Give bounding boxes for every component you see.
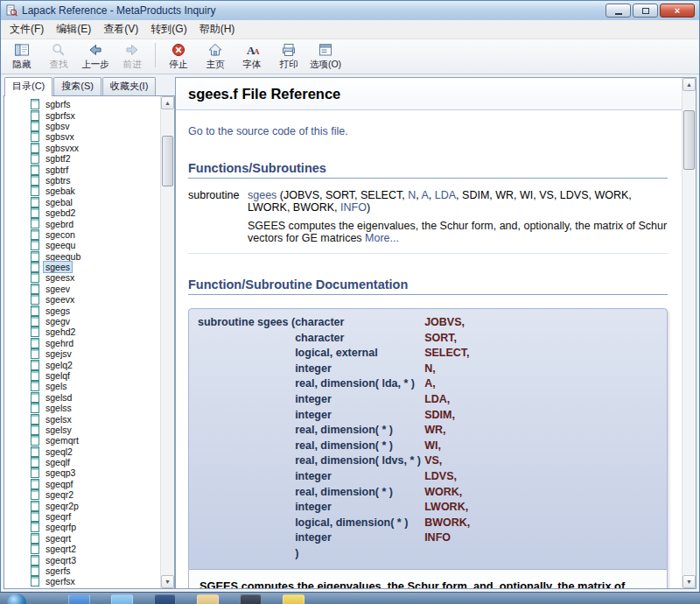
tree-item-sgeev[interactable]: sgeev	[8, 284, 160, 294]
tree-item-sgelsd[interactable]: sgelsd	[8, 392, 160, 403]
signature-link[interactable]: INFO	[340, 201, 367, 214]
content-scrollbar[interactable]: ▲ ▼	[682, 78, 696, 588]
toolbar-button-options[interactable]: 选项(O)	[308, 41, 343, 70]
tree-item-sgeesx[interactable]: sgeesx	[8, 272, 160, 283]
tree-item-sgeqrf[interactable]: sgeqrf	[8, 511, 160, 522]
toolbar-button-back[interactable]: 上一步	[78, 41, 113, 70]
signature-link[interactable]: sgees	[248, 189, 276, 201]
param-type: real, dimension( lda, * )	[295, 376, 424, 392]
tree-item-sgels[interactable]: sgels	[8, 381, 160, 391]
taskbar-app-icon[interactable]	[283, 594, 304, 604]
maximize-button[interactable]	[633, 4, 658, 18]
tree-item-sgelsx[interactable]: sgelsx	[8, 413, 160, 424]
tree-item-sgebrd[interactable]: sgebrd	[8, 218, 160, 228]
menu-help[interactable]: 帮助(H)	[193, 20, 242, 39]
tree-item-sgerfs[interactable]: sgerfs	[8, 565, 160, 576]
taskbar-app-icon[interactable]	[197, 594, 219, 604]
document-icon	[31, 284, 39, 294]
member-declarations-table: subroutine sgees (JOBVS, SORT, SELECT, N…	[188, 187, 668, 250]
tree-item-sgbtf2[interactable]: sgbtf2	[8, 153, 160, 164]
tree-item-sgebak[interactable]: sgebak	[8, 186, 160, 196]
tree-item-sgehrd[interactable]: sgehrd	[8, 338, 160, 348]
toolbar-button-label: 隐藏	[13, 59, 32, 69]
tree-item-sgelq2[interactable]: sgelq2	[8, 359, 160, 369]
tab-search[interactable]: 搜索(S)	[53, 77, 102, 95]
content-scroll-down-button[interactable]: ▼	[682, 575, 696, 588]
menu-edit[interactable]: 编辑(E)	[50, 20, 97, 39]
toolbar-button-stop[interactable]: 停止	[161, 41, 196, 70]
minimize-button[interactable]	[606, 4, 631, 18]
content-scroll-track[interactable]	[682, 91, 696, 575]
tree-item-sgegv[interactable]: sgegv	[8, 316, 160, 327]
tree-item-sgeqr2p[interactable]: sgeqr2p	[8, 500, 160, 510]
tab-contents[interactable]: 目录(C)	[4, 77, 52, 96]
tree-item-sgeequb[interactable]: sgeequb	[8, 250, 160, 261]
toolbar-button-search[interactable]: 查找	[41, 41, 76, 70]
minimize-icon	[615, 13, 622, 15]
toolbar-button-print[interactable]: 打印	[271, 41, 306, 70]
tree-item-sgeqlf[interactable]: sgeqlf	[8, 457, 160, 467]
toolbar-button-font[interactable]: AA字体	[234, 41, 270, 70]
tree-item-sgeequ[interactable]: sgeequ	[8, 240, 160, 250]
tree-item-sgebal[interactable]: sgebal	[8, 197, 160, 207]
toolbar-button-hide[interactable]: 隐藏	[4, 41, 39, 70]
tree-item-sgelss[interactable]: sgelss	[8, 403, 160, 413]
document-icon	[31, 381, 39, 391]
tree-item-sgeqrt3[interactable]: sgeqrt3	[8, 554, 160, 565]
tree-item-sgbtrs[interactable]: sgbtrs	[8, 175, 160, 186]
document-icon	[31, 414, 39, 425]
tree-item-sgelsy[interactable]: sgelsy	[8, 425, 160, 435]
source-code-link[interactable]: Go to the source code of this file.	[188, 125, 668, 137]
sidebar-scrollbar[interactable]: ▲ ▼	[160, 96, 174, 588]
tree-item-sgejsv[interactable]: sgejsv	[8, 348, 160, 359]
options-icon	[318, 42, 333, 58]
menu-view[interactable]: 查看(V)	[97, 20, 144, 39]
tree-item-sgeevx[interactable]: sgeevx	[8, 294, 160, 305]
tree-item-sgebd2[interactable]: sgebd2	[8, 207, 160, 218]
tree-item-sgbsvxx[interactable]: sgbsvxx	[8, 143, 160, 153]
taskbar-app-icon[interactable]	[154, 594, 176, 604]
tree-item-sgeqrt2[interactable]: sgeqrt2	[8, 544, 160, 554]
param-type: real, dimension( ldvs, * )	[295, 453, 424, 469]
tree-item-sgerfsx[interactable]: sgerfsx	[8, 576, 160, 586]
tree-item-sgbrfsx[interactable]: sgbrfsx	[8, 109, 160, 120]
param-name: WI,	[424, 439, 470, 454]
signature-link[interactable]: A	[421, 189, 428, 201]
sidebar-scroll-down-button[interactable]: ▼	[161, 575, 174, 588]
content-scroll-thumb[interactable]	[683, 110, 695, 170]
tree-item-sgecon[interactable]: sgecon	[8, 229, 160, 240]
sidebar-scroll-track[interactable]	[161, 109, 174, 575]
toolbar-button-home[interactable]: 主页	[198, 41, 233, 70]
toolbar-button-forward[interactable]: 前进	[115, 41, 150, 70]
tab-favorites[interactable]: 收藏夹(I)	[102, 77, 156, 95]
signature-link[interactable]: N	[408, 189, 416, 201]
taskbar-app-icon[interactable]	[68, 594, 90, 604]
start-button[interactable]	[7, 593, 26, 604]
menu-file[interactable]: 文件(F)	[4, 20, 50, 39]
tree-item-sgemqrt[interactable]: sgemqrt	[8, 435, 160, 446]
tree-item-sgelqf[interactable]: sgelqf	[8, 370, 160, 381]
tree-item-sgeqrfp[interactable]: sgeqrfp	[8, 522, 160, 532]
more-link[interactable]: More...	[365, 232, 399, 244]
sidebar-scroll-thumb[interactable]	[162, 136, 173, 186]
tree-item-sgbtrf[interactable]: sgbtrf	[8, 164, 160, 174]
taskbar-app-icon[interactable]	[240, 594, 262, 604]
tree-item-sgbsvx[interactable]: sgbsvx	[8, 131, 160, 142]
menu-go[interactable]: 转到(G)	[144, 20, 192, 39]
tree-item-sgeqpf[interactable]: sgeqpf	[8, 479, 160, 489]
close-button[interactable]: ×	[660, 4, 695, 18]
sidebar-scroll-up-button[interactable]: ▲	[161, 96, 174, 109]
tree-item-sgeqrt[interactable]: sgeqrt	[8, 533, 160, 544]
taskbar-app-icon[interactable]	[111, 594, 133, 604]
tree-item-sgbsv[interactable]: sgbsv	[8, 121, 160, 131]
tree-item-sgeqr2[interactable]: sgeqr2	[8, 489, 160, 500]
tree-item-sgeql2[interactable]: sgeql2	[8, 446, 160, 457]
signature-link[interactable]: LDA	[435, 189, 456, 201]
prototype-close-paren: )	[295, 546, 424, 562]
tree-item-sgegs[interactable]: sgegs	[8, 305, 160, 315]
tree-item-sgees[interactable]: sgees	[8, 262, 160, 272]
content-scroll-up-button[interactable]: ▲	[682, 78, 696, 91]
tree-item-sgbrfs[interactable]: sgbrfs	[8, 99, 160, 109]
tree-item-sgeqp3[interactable]: sgeqp3	[8, 467, 160, 478]
tree-item-sgehd2[interactable]: sgehd2	[8, 327, 160, 337]
